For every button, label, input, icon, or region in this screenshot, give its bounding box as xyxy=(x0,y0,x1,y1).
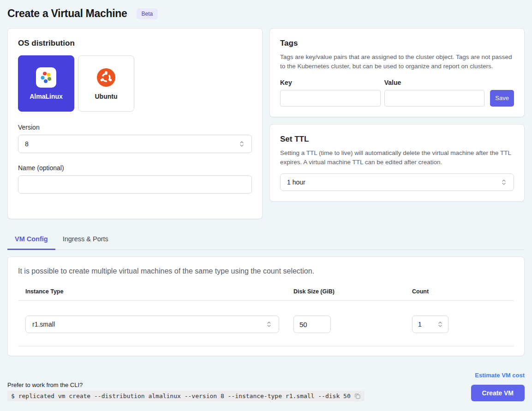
ttl-card-title: Set TTL xyxy=(280,135,514,144)
ubuntu-icon xyxy=(96,67,116,88)
estimate-vm-cost-link[interactable]: Estimate VM cost xyxy=(475,372,525,379)
tag-key-label: Key xyxy=(280,79,381,86)
tags-card-description: Tags are key/value pairs that are assign… xyxy=(280,53,514,71)
os-tile-almalinux[interactable]: AlmaLinux xyxy=(18,55,74,112)
top-cards: OS distribution AlmaLinux xyxy=(7,28,525,219)
vm-config-description: It is possible to create multiple virtua… xyxy=(18,267,514,275)
instance-type-cell: r1.small xyxy=(18,316,293,333)
version-label: Version xyxy=(18,124,252,131)
count-cell: 1 xyxy=(412,316,514,333)
chevron-updown-icon xyxy=(266,321,272,328)
page-title: Create a Virtual Machine xyxy=(7,7,127,20)
tab-ingress-ports[interactable]: Ingress & Ports xyxy=(55,229,116,250)
column-header-count: Count xyxy=(412,288,514,295)
chevron-updown-icon xyxy=(239,140,245,148)
footer-actions: Estimate VM cost Create VM xyxy=(471,372,525,401)
tab-vm-config[interactable]: VM Config xyxy=(7,229,55,250)
save-tag-button[interactable]: Save xyxy=(490,90,514,107)
vm-config-card: It is possible to create multiple virtua… xyxy=(7,256,525,356)
ttl-card-description: Setting a TTL (time to live) will automa… xyxy=(280,149,514,167)
instance-type-value: r1.small xyxy=(32,321,55,328)
os-tile-label: Ubuntu xyxy=(95,93,118,100)
vm-table-row: r1.small 1 xyxy=(18,301,514,346)
cli-code-block: $ replicated vm create --distribution al… xyxy=(7,391,365,401)
os-distribution-card: OS distribution AlmaLinux xyxy=(7,28,263,219)
tab-bar: VM Config Ingress & Ports xyxy=(7,229,525,250)
tags-card: Tags Tags are key/value pairs that are a… xyxy=(269,28,525,117)
column-header-disk-size: Disk Size (GiB) xyxy=(293,288,412,295)
chevron-updown-icon xyxy=(501,179,507,186)
os-tile-ubuntu[interactable]: Ubuntu xyxy=(78,55,134,112)
tag-value-field: Value xyxy=(384,79,485,107)
ttl-select-value: 1 hour xyxy=(287,179,305,186)
almalinux-icon xyxy=(36,67,56,88)
instance-type-select[interactable]: r1.small xyxy=(25,316,279,333)
tag-key-input[interactable] xyxy=(280,90,381,107)
count-stepper[interactable]: 1 xyxy=(412,316,448,333)
beta-badge: Beta xyxy=(137,8,158,19)
name-input[interactable] xyxy=(18,175,252,194)
name-label: Name (optional) xyxy=(18,164,252,172)
disk-size-cell xyxy=(293,316,412,333)
tag-value-label: Value xyxy=(384,79,485,86)
os-card-title: OS distribution xyxy=(18,39,252,48)
version-select[interactable]: 8 xyxy=(18,135,252,153)
tags-fields: Key Value Save xyxy=(280,79,514,107)
os-tile-row: AlmaLinux Ubuntu xyxy=(18,55,252,112)
column-header-instance-type: Instance Type xyxy=(18,288,293,295)
right-column: Tags Tags are key/value pairs that are a… xyxy=(269,28,525,202)
footer: Prefer to work from the CLI? $ replicate… xyxy=(7,372,525,401)
disk-size-input[interactable] xyxy=(293,316,331,333)
cli-section: Prefer to work from the CLI? $ replicate… xyxy=(7,381,365,401)
tags-card-title: Tags xyxy=(280,39,514,48)
chevron-updown-icon xyxy=(437,321,443,328)
copy-icon[interactable] xyxy=(354,393,361,399)
vm-table-header: Instance Type Disk Size (GiB) Count xyxy=(18,288,514,301)
tag-key-field: Key xyxy=(280,79,381,107)
cli-prompt: Prefer to work from the CLI? xyxy=(7,381,365,388)
tag-value-input[interactable] xyxy=(384,90,485,107)
set-ttl-card: Set TTL Setting a TTL (time to live) wil… xyxy=(269,124,525,202)
count-value: 1 xyxy=(418,321,422,328)
version-select-value: 8 xyxy=(25,140,29,148)
page-header: Create a Virtual Machine Beta xyxy=(7,6,525,28)
ttl-select[interactable]: 1 hour xyxy=(280,173,514,191)
cli-command: $ replicated vm create --distribution al… xyxy=(11,393,351,399)
os-tile-label: AlmaLinux xyxy=(30,93,63,100)
create-vm-button[interactable]: Create VM xyxy=(471,385,525,401)
page: Create a Virtual Machine Beta OS distrib… xyxy=(0,0,532,401)
